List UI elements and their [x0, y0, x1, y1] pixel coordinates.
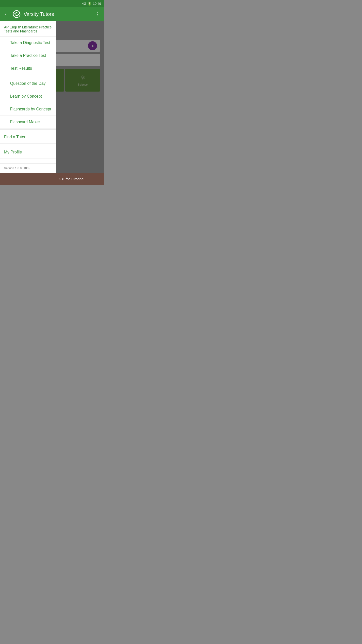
drawer-version: Version 1.6.8 (180): [0, 163, 56, 173]
drawer-item-test-results[interactable]: Test Results: [0, 62, 56, 75]
flashcards-by-concept-label: Flashcards by Concept: [10, 107, 51, 111]
drawer-item-find-a-tutor[interactable]: Find a Tutor: [0, 131, 56, 144]
drawer-divider-1: [0, 76, 56, 76]
app-header: ← Varsity Tutors ⋮: [0, 7, 104, 21]
drawer-divider-3: [0, 145, 56, 145]
drawer-item-question-of-the-day[interactable]: Question of the Day: [0, 77, 56, 90]
overlay-dim[interactable]: [56, 21, 104, 173]
drawer-item-flashcards-by-concept[interactable]: Flashcards by Concept: [0, 103, 56, 116]
drawer-item-my-profile[interactable]: My Profile: [0, 146, 56, 159]
bottom-bar: 401 for Tutoring: [0, 173, 104, 185]
time-display: 10:49: [93, 2, 101, 6]
network-indicator: 4G: [82, 2, 86, 6]
drawer-divider-2: [0, 130, 56, 130]
my-profile-label: My Profile: [4, 150, 22, 154]
bottom-bar-right-text: 401 for Tutoring: [56, 177, 104, 181]
back-button[interactable]: ←: [4, 11, 10, 17]
drawer-spacer: [0, 159, 56, 163]
drawer-item-learn-by-concept[interactable]: Learn by Concept: [0, 90, 56, 103]
practice-test-label: Take a Practice Test: [10, 53, 46, 58]
main-content-area: category ➤ 🎓 GraduateTest Prep ⚛ Science…: [0, 21, 104, 173]
drawer-item-diagnostic-test[interactable]: Take a Diagnostic Test: [0, 36, 56, 49]
test-results-label: Test Results: [10, 66, 32, 70]
drawer-header: AP English Literature: Practice Tests an…: [0, 21, 56, 36]
battery-icon: 🔋: [87, 2, 92, 6]
app-title: Varsity Tutors: [24, 11, 92, 17]
drawer-item-flashcard-maker[interactable]: Flashcard Maker: [0, 116, 56, 129]
status-icons: 4G 🔋 10:49: [82, 2, 101, 6]
question-of-the-day-label: Question of the Day: [10, 81, 46, 86]
diagnostic-test-label: Take a Diagnostic Test: [10, 41, 50, 45]
more-options-button[interactable]: ⋮: [95, 11, 100, 17]
navigation-drawer: AP English Literature: Practice Tests an…: [0, 21, 56, 173]
find-a-tutor-label: Find a Tutor: [4, 135, 25, 139]
app-logo: [13, 10, 21, 18]
drawer-item-practice-test[interactable]: Take a Practice Test: [0, 49, 56, 62]
status-bar: 4G 🔋 10:49: [0, 0, 104, 7]
learn-by-concept-label: Learn by Concept: [10, 94, 42, 98]
flashcard-maker-label: Flashcard Maker: [10, 120, 40, 124]
